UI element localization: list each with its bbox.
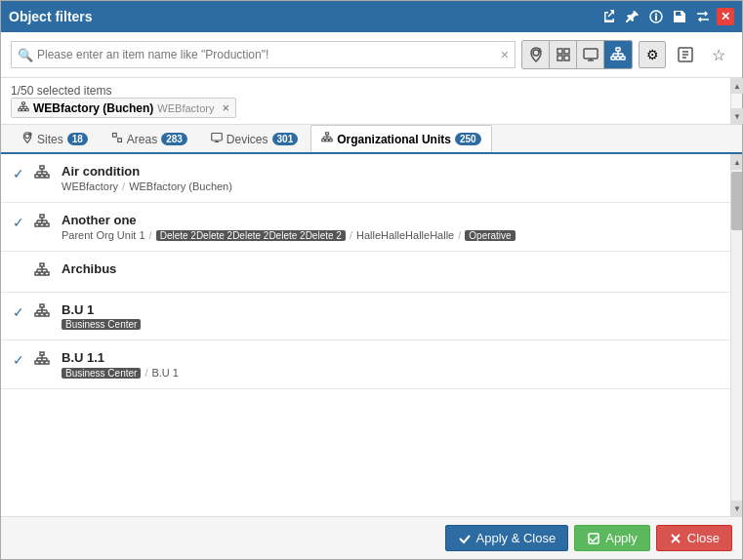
tab-areas[interactable]: Areas 283 [101,125,198,152]
svg-rect-62 [40,223,44,226]
list-item[interactable]: ✓ B.U 1 Business Center [1,293,730,340]
export-button[interactable] [672,41,699,68]
svg-rect-2 [655,14,657,16]
list-scroll-up[interactable]: ▲ [731,154,742,170]
pin-icon[interactable] [623,7,642,26]
apply-close-button[interactable]: Apply & Close [445,525,569,551]
svg-rect-38 [118,139,122,142]
svg-rect-6 [557,49,562,54]
external-link-icon[interactable] [599,7,619,26]
path-part: WEBfactory [62,180,118,192]
svg-rect-60 [40,215,44,218]
footer: Apply & Close Apply Close [1,516,742,559]
svg-rect-69 [40,263,44,266]
path-part: Parent Org Unit 1 [62,229,145,241]
item-name: Another one [62,213,719,227]
selected-inner: 1/50 selected items WEBfactory (Buchen) … [1,78,730,124]
svg-rect-88 [35,361,39,364]
sites-tab-icon [21,132,33,146]
tag-name: WEBfactory (Buchen) [33,101,153,115]
svg-rect-81 [45,313,49,316]
item-org-icon [34,262,54,282]
item-path: Parent Org Unit 1 / Delete 2Delete 2Dele… [62,229,719,241]
item-content: Archibus [62,261,719,276]
tab-org-units[interactable]: Organizational Units 250 [310,125,491,152]
devices-filter-button[interactable] [577,41,604,68]
svg-rect-8 [557,56,562,60]
path-badge: Business Center [62,368,141,379]
svg-rect-44 [326,140,329,141]
list-item[interactable]: ✓ B.U 1.1 Business Center / B.U 1 [1,340,730,389]
object-filters-dialog: Object filters ✕ 🔍 × [0,0,743,560]
svg-rect-14 [611,57,615,60]
apply-button[interactable]: Apply [574,525,650,551]
svg-rect-53 [40,175,44,178]
tab-areas-label: Areas [127,133,157,146]
item-path: Business Center [62,319,719,330]
item-content: Air condition WEBfactory / WEBfactory (B… [62,164,719,192]
tab-sites-label: Sites [37,133,63,146]
path-badge: Operative [465,230,515,241]
sites-filter-button[interactable] [522,41,550,68]
tag-sub: WEBfactory [157,102,214,114]
svg-rect-16 [621,57,625,60]
favorite-button[interactable]: ☆ [705,41,732,68]
svg-point-3 [533,50,539,56]
svg-rect-52 [35,175,39,178]
search-clear-button[interactable]: × [501,47,509,62]
scroll-up-arrow[interactable]: ▲ [731,78,743,94]
title-bar-icons: ✕ [599,7,734,26]
svg-rect-43 [322,140,325,141]
list-scroll-down[interactable]: ▼ [731,500,742,516]
svg-rect-9 [564,56,569,60]
info-icon[interactable] [646,7,666,26]
org-units-filter-button[interactable] [604,41,632,68]
path-part: B.U 1 [151,367,179,379]
svg-rect-79 [35,313,39,316]
scroll-down-arrow[interactable]: ▼ [731,108,743,124]
tab-org-units-badge: 250 [455,133,481,145]
tab-devices[interactable]: Devices 301 [200,125,309,152]
path-sep: / [149,229,152,241]
svg-rect-28 [22,108,25,110]
tag-remove-button[interactable]: × [222,100,229,115]
svg-point-36 [29,133,31,135]
svg-point-4 [538,50,541,53]
svg-rect-87 [40,352,44,355]
settings-button[interactable]: ⚙ [639,41,666,68]
svg-rect-27 [19,108,21,110]
path-sep: / [122,180,125,192]
svg-rect-37 [112,134,116,138]
svg-rect-29 [25,108,28,110]
item-org-icon [34,165,54,184]
item-content: Another one Parent Org Unit 1 / Delete 2… [62,213,719,241]
tag-org-icon [18,101,29,115]
svg-rect-89 [40,361,44,364]
areas-filter-button[interactable] [550,41,577,68]
svg-rect-42 [326,133,329,135]
svg-rect-45 [329,140,332,141]
apply-close-label: Apply & Close [476,531,557,545]
scrollbar-thumb[interactable] [731,172,742,230]
check-icon: ✓ [13,166,26,181]
tab-devices-label: Devices [227,133,268,146]
tab-areas-badge: 283 [161,133,187,145]
save-icon[interactable] [670,7,689,26]
tab-sites[interactable]: Sites 18 [11,125,99,152]
check-icon: ✓ [13,304,26,320]
transfer-icon[interactable] [693,7,713,26]
item-name: Archibus [62,261,719,276]
title-bar: Object filters ✕ [1,1,742,32]
list-item[interactable]: ✓ Another one Parent Org Unit 1 / Delete… [1,203,730,252]
search-input[interactable] [37,48,501,61]
search-wrapper: 🔍 × [11,41,516,68]
path-badge: Delete 2Delete 2Delete 2Delete 2Delete 2 [156,230,346,241]
org-units-tab-icon [321,132,333,146]
close-icon[interactable]: ✕ [717,8,734,25]
close-button[interactable]: Close [656,525,732,551]
list-item[interactable]: ✓ Archibus [1,252,730,293]
tab-org-units-label: Organizational Units [337,133,451,146]
item-path: Business Center / B.U 1 [62,367,719,379]
items-list: ✓ Air condition WEBfactory / WEBfactory … [1,154,730,516]
list-item[interactable]: ✓ Air condition WEBfactory / WEBfactory … [1,154,730,203]
